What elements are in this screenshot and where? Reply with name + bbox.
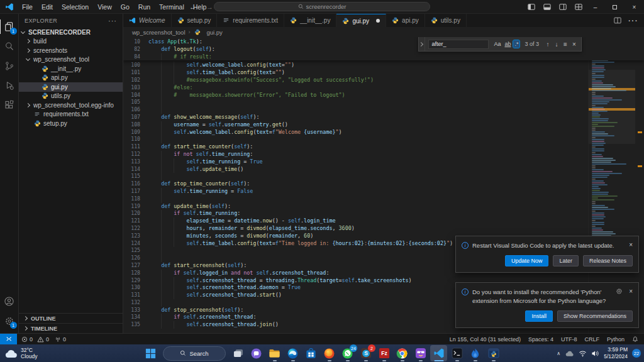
breadcrumb-folder[interactable]: wp_screenshot_tool bbox=[132, 29, 186, 36]
tree-item-init-py[interactable]: __init__.py bbox=[19, 64, 123, 74]
minimize-button[interactable]: – bbox=[586, 0, 605, 14]
taskbar-start-icon[interactable] bbox=[142, 345, 159, 361]
settings-gear-icon[interactable]: 1 bbox=[0, 311, 19, 331]
tab-requirements-txt[interactable]: requirements.txt bbox=[217, 14, 284, 27]
tray-chevron-icon[interactable]: ∧ bbox=[557, 351, 560, 356]
show-recommendations-button[interactable]: Show Recommendations bbox=[557, 310, 633, 322]
tree-item-requirements-txt[interactable]: requirements.txt bbox=[19, 110, 123, 119]
taskbar-task-view-icon[interactable] bbox=[230, 345, 247, 361]
remote-indicator[interactable] bbox=[0, 334, 17, 344]
update-now-button[interactable]: Update Now bbox=[505, 255, 549, 266]
code-line[interactable]: 112if not self.time_running: bbox=[123, 151, 644, 158]
problems-indicator[interactable]: 0 0 bbox=[21, 336, 49, 343]
code-line[interactable]: 119def update_time(self): bbox=[123, 203, 644, 211]
tab-api-py[interactable]: api.py bbox=[386, 14, 425, 27]
customize-layout-icon[interactable] bbox=[575, 4, 582, 10]
status-utf-8[interactable]: UTF-8 bbox=[561, 336, 577, 343]
code-line[interactable]: 105 bbox=[123, 99, 644, 106]
taskbar-emoji-app-icon[interactable] bbox=[412, 345, 429, 361]
section-timeline[interactable]: TIMELINE bbox=[19, 323, 123, 333]
tree-item-api-py[interactable]: api.py bbox=[19, 74, 123, 83]
menu-view[interactable]: View bbox=[93, 3, 116, 11]
back-arrow-icon[interactable]: ← bbox=[189, 3, 196, 11]
volume-icon[interactable] bbox=[591, 350, 599, 357]
code-line[interactable]: 84# if result: bbox=[123, 53, 644, 61]
breadcrumb-file[interactable]: gui.py bbox=[207, 29, 223, 36]
status-crlf[interactable]: CRLF bbox=[584, 336, 599, 343]
tab-init-py[interactable]: __init__.py bbox=[284, 14, 336, 27]
find-input[interactable]: after_ bbox=[428, 40, 489, 49]
next-match-icon[interactable]: ↓ bbox=[552, 41, 561, 48]
code-line[interactable]: 111def start_time_counter(self): bbox=[123, 143, 644, 151]
notifications-bell-icon[interactable] bbox=[632, 336, 638, 343]
taskbar-store-icon[interactable] bbox=[303, 345, 319, 361]
find-expand-icon[interactable] bbox=[419, 37, 425, 51]
close-notification-icon[interactable]: × bbox=[629, 288, 633, 295]
code-line[interactable]: 109self.welcome_label.config(text=f"Welc… bbox=[123, 129, 644, 136]
activity-bar-run-debug-icon[interactable] bbox=[0, 75, 19, 95]
onedrive-icon[interactable] bbox=[565, 350, 574, 357]
taskbar-python-app-icon[interactable] bbox=[485, 345, 502, 361]
tree-item-utils-py[interactable]: utils.py bbox=[19, 92, 123, 101]
tab-utils-py[interactable]: utils.py bbox=[425, 14, 467, 27]
tree-item-wp-screenshot-tool-egg-info[interactable]: wp_screenshot_tool.egg-info bbox=[19, 101, 123, 110]
sidebar-more-actions-icon[interactable]: ··· bbox=[108, 17, 117, 25]
activity-bar-source-control-icon[interactable] bbox=[0, 56, 19, 75]
close-notification-icon[interactable]: × bbox=[629, 241, 633, 248]
taskbar-edge-icon[interactable] bbox=[284, 345, 301, 361]
menu-file[interactable]: File bbox=[18, 3, 37, 11]
code-line[interactable]: 108username = self.username_entry.get() bbox=[123, 121, 644, 129]
tree-item-setup-py[interactable]: setup.py bbox=[19, 119, 123, 128]
taskbar-vscode-icon[interactable] bbox=[430, 345, 447, 361]
notification-count-badge[interactable]: 22 bbox=[632, 349, 641, 358]
code-line[interactable]: 115 bbox=[123, 173, 644, 180]
clock[interactable]: 3:59 PM 5/12/2024 bbox=[604, 346, 628, 359]
close-button[interactable]: × bbox=[625, 0, 644, 14]
code-line[interactable]: 107def show_welcome_message(self): bbox=[123, 114, 644, 121]
install-button[interactable]: Install bbox=[525, 310, 553, 322]
status-ln-155[interactable]: Ln 155, Col 40 (31 selected) bbox=[450, 336, 521, 343]
activity-bar-extensions-icon[interactable] bbox=[0, 95, 19, 114]
tree-item-gui-py[interactable]: gui.py bbox=[19, 82, 123, 92]
menu-terminal[interactable]: Terminal bbox=[155, 3, 189, 11]
tree-item-wp-screenshot-tool[interactable]: wp_screenshot_tool bbox=[19, 55, 123, 65]
taskbar-flame-app-icon[interactable] bbox=[467, 345, 484, 361]
taskbar-chat-app-icon[interactable] bbox=[248, 345, 265, 361]
previous-match-icon[interactable]: ↑ bbox=[543, 41, 552, 48]
more-actions-icon[interactable]: ··· bbox=[628, 15, 638, 26]
code-line[interactable]: 110 bbox=[123, 136, 644, 143]
tree-root-screenrecorder[interactable]: SCREENRECORDER bbox=[19, 28, 123, 37]
menu-selection[interactable]: Selection bbox=[57, 3, 93, 11]
toggle-secondary-sidebar-icon[interactable] bbox=[559, 4, 567, 10]
weather-widget[interactable]: 32°C Cloudy bbox=[4, 347, 37, 359]
tab-setup-py[interactable]: setup.py bbox=[172, 14, 218, 27]
restore-button[interactable] bbox=[605, 0, 625, 14]
code-line[interactable]: 106 bbox=[123, 106, 644, 114]
account-icon[interactable] bbox=[0, 292, 19, 311]
status-spaces[interactable]: Spaces: 4 bbox=[528, 336, 553, 343]
split-editor-icon[interactable] bbox=[614, 17, 621, 24]
taskbar-file-explorer-icon[interactable] bbox=[266, 345, 283, 361]
taskbar-firefox-icon[interactable] bbox=[321, 345, 338, 361]
tree-item-screenshots[interactable]: screenshots bbox=[19, 46, 123, 55]
command-center-search[interactable]: screenrecorder bbox=[214, 2, 430, 11]
taskbar-chrome-icon[interactable] bbox=[394, 345, 411, 361]
code-line[interactable]: 104# messagebox.showerror("Error", "Fail… bbox=[123, 92, 644, 99]
code-line[interactable]: 116def stop_time_counter(self): bbox=[123, 180, 644, 188]
menu-edit[interactable]: Edit bbox=[37, 3, 57, 11]
taskbar-search[interactable]: Search bbox=[163, 346, 226, 361]
taskbar-skype-icon[interactable]: S2 bbox=[357, 345, 374, 361]
whole-word-icon[interactable]: ab bbox=[503, 40, 512, 48]
forward-arrow-icon[interactable]: → bbox=[206, 3, 213, 11]
tab-gui-py[interactable]: gui.py bbox=[336, 14, 386, 27]
code-line[interactable]: 102#messagebox.showinfo("Success", "Logg… bbox=[123, 77, 644, 84]
code-line[interactable]: 120if self.time_running: bbox=[123, 210, 644, 217]
code-line[interactable]: 113self.time_running = True bbox=[123, 158, 644, 166]
menu-run[interactable]: Run bbox=[134, 3, 155, 11]
toggle-panel-icon[interactable] bbox=[543, 4, 551, 10]
tab-welcome[interactable]: Welcome bbox=[123, 14, 172, 27]
code-line[interactable]: 101self.time_label.config(text="") bbox=[123, 69, 644, 77]
match-case-icon[interactable]: Aa bbox=[492, 40, 502, 48]
notification-settings-icon[interactable] bbox=[616, 288, 623, 295]
menu-go[interactable]: Go bbox=[116, 3, 134, 11]
